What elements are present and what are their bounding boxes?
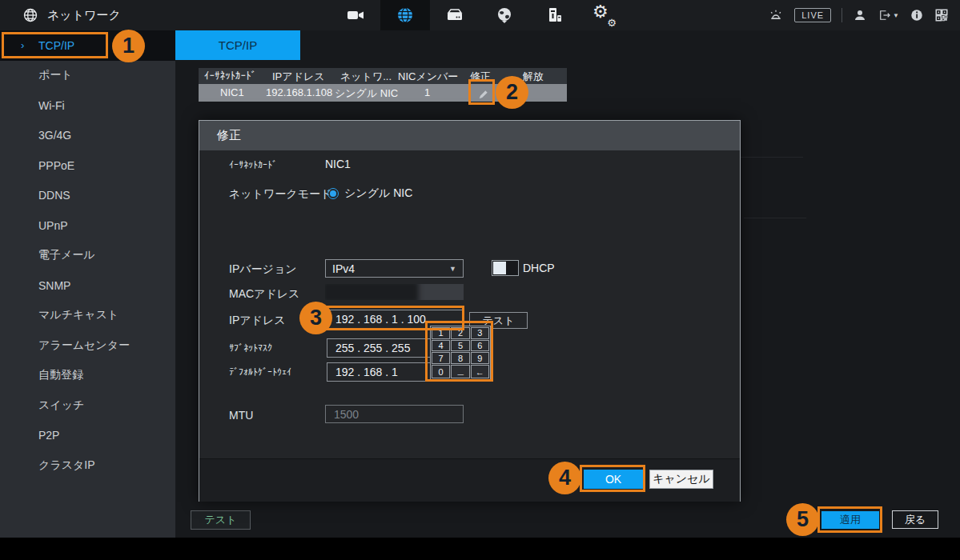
- sidebar-item-label: スイッチ: [38, 398, 84, 413]
- maintenance-icon[interactable]: [480, 0, 529, 30]
- mac-blur-patch: [325, 284, 419, 300]
- alarm-icon[interactable]: [768, 7, 784, 23]
- ethernet-card-value: NIC1: [325, 158, 351, 170]
- ip-version-value: IPv4: [332, 262, 355, 275]
- sidebar-item-label: UPnP: [38, 219, 68, 232]
- cell-ip: 192.168.1.108: [266, 86, 332, 98]
- sidebar-item-3g4g[interactable]: 3G/4G: [0, 121, 175, 151]
- camera-icon[interactable]: [331, 0, 380, 30]
- storage-icon[interactable]: [430, 0, 480, 30]
- info-icon[interactable]: [910, 8, 924, 22]
- network-globe-title-icon: [22, 7, 38, 23]
- key-0[interactable]: 0: [432, 365, 450, 378]
- sidebar-item-port[interactable]: ポート: [0, 61, 175, 91]
- sidebar-item-label: PPPoE: [38, 159, 74, 172]
- sidebar-item-label: 自動登録: [38, 368, 83, 382]
- sidebar-item-p2p[interactable]: P2P: [0, 421, 175, 451]
- col-nic-member: NICメンバー: [398, 70, 458, 84]
- sidebar-item-auto-register[interactable]: 自動登録: [0, 361, 175, 391]
- sidebar-item-multicast[interactable]: マルチキャスト: [0, 301, 175, 331]
- key-6[interactable]: 6: [471, 340, 489, 352]
- dhcp-label: DHCP: [523, 262, 555, 274]
- top-bar: ネットワーク: [0, 0, 960, 30]
- sidebar-item-email[interactable]: 電子メール: [0, 241, 175, 271]
- live-badge[interactable]: LIVE: [794, 8, 831, 22]
- ok-button[interactable]: OK: [584, 470, 643, 489]
- test-button-bottom[interactable]: テスト: [191, 510, 251, 530]
- cell-members: 1: [424, 86, 430, 98]
- network-mode-value: シングル NIC: [344, 186, 412, 201]
- sidebar-item-ddns[interactable]: DDNS: [0, 181, 175, 211]
- dhcp-toggle[interactable]: [492, 260, 519, 276]
- sidebar-item-label: Wi-Fi: [38, 99, 65, 112]
- sidebar: › TCP/IP ポート Wi-Fi 3G/4G PPPoE DDNS UPnP…: [0, 30, 175, 538]
- user-icon[interactable]: [853, 8, 867, 22]
- radio-dot: [330, 190, 336, 197]
- cell-nic-name: NIC1: [220, 86, 244, 98]
- sidebar-item-tcpip[interactable]: › TCP/IP: [0, 30, 175, 61]
- back-button[interactable]: 戻る: [892, 510, 938, 529]
- key-2[interactable]: 2: [451, 327, 469, 339]
- background-divider: [744, 218, 806, 218]
- modal-title: 修正: [199, 121, 740, 150]
- settings-icon[interactable]: ⚙ ⚙: [579, 0, 629, 30]
- col-unbind: 解放: [523, 70, 544, 84]
- key-9[interactable]: 9: [471, 352, 489, 364]
- sidebar-item-snmp[interactable]: SNMP: [0, 270, 175, 301]
- screen: ネットワーク: [0, 0, 960, 560]
- tab-tcpip[interactable]: TCP/IP: [175, 30, 300, 60]
- sidebar-item-label: TCP/IP: [38, 39, 74, 52]
- numeric-keypad: 1 2 3 4 5 6 7 8 9 0 ＿ ←: [430, 326, 491, 380]
- apply-button[interactable]: 適用: [821, 511, 879, 529]
- single-nic-radio[interactable]: [327, 188, 339, 199]
- key-8[interactable]: 8: [451, 352, 469, 364]
- ip-version-select[interactable]: IPv4 ▼: [325, 259, 464, 278]
- sidebar-item-label: クラスタIP: [38, 458, 95, 473]
- ip-version-label: IPバージョン: [229, 262, 297, 277]
- col-ethernet-card: ｲｰｻﾈｯﾄｶｰﾄﾞ: [204, 70, 256, 82]
- bottom-black-strip: [0, 538, 960, 560]
- sidebar-item-wifi[interactable]: Wi-Fi: [0, 90, 175, 121]
- main-nav: ⚙ ⚙: [331, 0, 629, 30]
- pencil-icon[interactable]: [472, 86, 495, 102]
- key-4[interactable]: 4: [432, 340, 450, 352]
- key-space[interactable]: ＿: [451, 365, 469, 378]
- edit-nic-modal: 修正 ｲｰｻﾈｯﾄｶｰﾄﾞ NIC1 ネットワークモード シングル NIC IP…: [199, 120, 741, 502]
- sidebar-item-label: DDNS: [38, 189, 70, 202]
- key-5[interactable]: 5: [451, 340, 469, 352]
- sidebar-item-label: 電子メール: [38, 248, 95, 262]
- page-title: ネットワーク: [47, 8, 121, 23]
- mtu-input[interactable]: 1500: [325, 405, 464, 423]
- sidebar-item-pppoe[interactable]: PPPoE: [0, 150, 175, 181]
- cell-mode: シングル NIC: [335, 86, 398, 101]
- key-backspace-icon[interactable]: ←: [471, 365, 489, 378]
- topbar-divider: [842, 8, 842, 22]
- cancel-button[interactable]: キャンセル: [649, 470, 713, 489]
- mac-address-field: [325, 284, 464, 300]
- key-1[interactable]: 1: [432, 327, 450, 339]
- mtu-label: MTU: [229, 409, 253, 422]
- logout-icon[interactable]: ▼: [878, 8, 899, 22]
- top-bar-right: LIVE ▼: [768, 0, 960, 30]
- chevron-down-icon: ▼: [449, 265, 456, 273]
- mac-address-label: MACアドレス: [229, 287, 299, 302]
- nic-table-header: ｲｰｻﾈｯﾄｶｰﾄﾞ IPアドレス ネットワ... NICメンバー 修正 解放: [199, 68, 567, 84]
- default-gateway-label: ﾃﾞﾌｫﾙﾄｹﾞｰﾄｳｪｲ: [229, 366, 291, 378]
- ip-address-label: IPアドレス: [229, 314, 286, 328]
- logout-caret-icon: ▼: [893, 12, 899, 19]
- sidebar-item-upnp[interactable]: UPnP: [0, 210, 175, 241]
- sidebar-item-label: アラームセンター: [38, 338, 130, 353]
- sidebar-item-label: SNMP: [38, 279, 70, 292]
- nic-table: ｲｰｻﾈｯﾄｶｰﾄﾞ IPアドレス ネットワ... NICメンバー 修正 解放 …: [199, 68, 567, 102]
- system-icon[interactable]: [529, 0, 579, 30]
- network-globe-icon[interactable]: [380, 0, 430, 30]
- sidebar-item-label: マルチキャスト: [38, 308, 118, 322]
- nic-table-row[interactable]: NIC1 192.168.1.108 シングル NIC 1: [199, 84, 567, 102]
- key-7[interactable]: 7: [432, 352, 450, 364]
- sidebar-item-cluster-ip[interactable]: クラスタIP: [0, 450, 175, 481]
- sidebar-item-alarm-center[interactable]: アラームセンター: [0, 330, 175, 361]
- key-3[interactable]: 3: [471, 327, 489, 339]
- qrcode-icon[interactable]: [934, 8, 949, 22]
- sidebar-item-label: ポート: [38, 68, 73, 82]
- sidebar-item-switch[interactable]: スイッチ: [0, 390, 175, 421]
